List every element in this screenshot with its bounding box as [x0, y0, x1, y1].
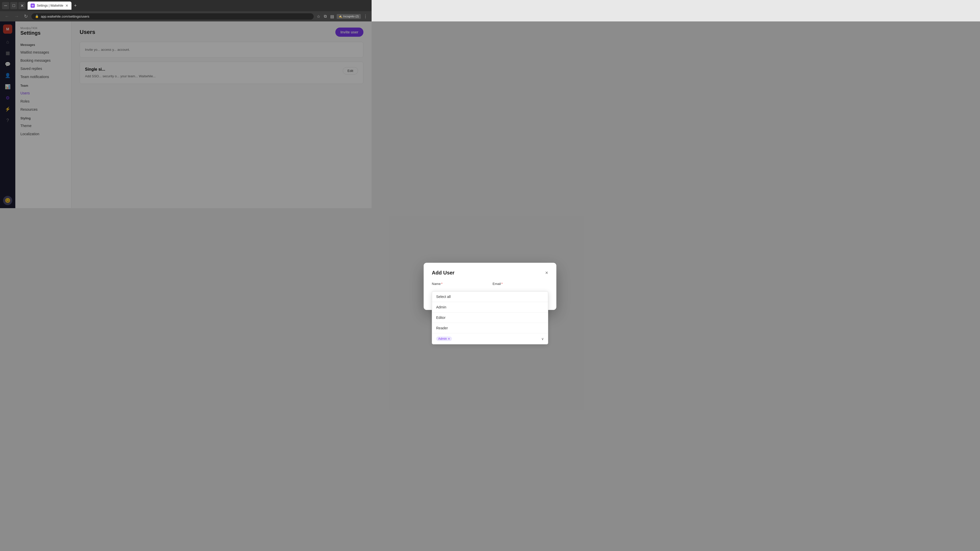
- tab-close-icon[interactable]: ✕: [65, 3, 68, 8]
- maximize-button[interactable]: □: [10, 2, 18, 9]
- minimize-button[interactable]: ─: [2, 2, 9, 9]
- sidebar-toggle-button[interactable]: ▤: [329, 13, 335, 20]
- back-button[interactable]: ←: [3, 13, 11, 20]
- extensions-button[interactable]: ⧉: [323, 13, 328, 20]
- tab-favicon: W: [30, 3, 35, 8]
- modal-overlay[interactable]: Add User × Name* Email* Select all Admin…: [0, 21, 372, 208]
- incognito-label: Incognito (2): [343, 15, 359, 18]
- window-controls: ─ □ ✕: [2, 2, 25, 9]
- close-window-button[interactable]: ✕: [18, 2, 25, 9]
- star-button[interactable]: ☆: [316, 13, 321, 20]
- browser-actions: ☆ ⧉ ▤ 🕵 Incognito (2) ⋮: [316, 13, 369, 20]
- incognito-badge: 🕵 Incognito (2): [337, 14, 361, 19]
- lock-icon: 🔒: [35, 14, 39, 18]
- active-tab[interactable]: W Settings | Waitwhile ✕: [27, 2, 72, 10]
- address-bar[interactable]: 🔒 app.waitwhile.com/settings/users: [32, 13, 313, 20]
- new-tab-button[interactable]: +: [73, 3, 78, 8]
- forward-button[interactable]: →: [13, 13, 21, 20]
- tab-title: Settings | Waitwhile: [37, 4, 63, 7]
- tab-bar: W Settings | Waitwhile ✕ +: [27, 2, 369, 10]
- url-text: app.waitwhile.com/settings/users: [41, 14, 89, 18]
- address-bar-row: ← → ↻ 🔒 app.waitwhile.com/settings/users…: [0, 11, 372, 21]
- refresh-button[interactable]: ↻: [22, 13, 29, 20]
- menu-button[interactable]: ⋮: [363, 13, 369, 20]
- browser-chrome: ─ □ ✕ W Settings | Waitwhile ✕ +: [0, 0, 372, 11]
